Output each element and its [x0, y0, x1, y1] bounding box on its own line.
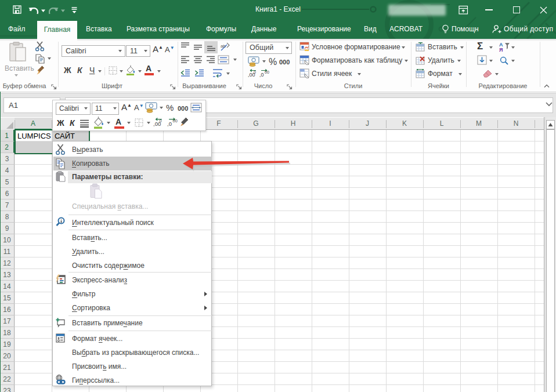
- svg-text:00: 00: [173, 118, 178, 124]
- svg-text:00: 00: [265, 70, 269, 74]
- svg-text:,0: ,0: [167, 121, 172, 127]
- svg-text:0: 0: [254, 70, 256, 74]
- svg-text:Я: Я: [499, 47, 503, 52]
- svg-text:А: А: [499, 42, 503, 48]
- svg-text:,0: ,0: [259, 72, 264, 78]
- svg-text:0: 0: [160, 118, 162, 124]
- svg-text:ab: ab: [221, 43, 226, 49]
